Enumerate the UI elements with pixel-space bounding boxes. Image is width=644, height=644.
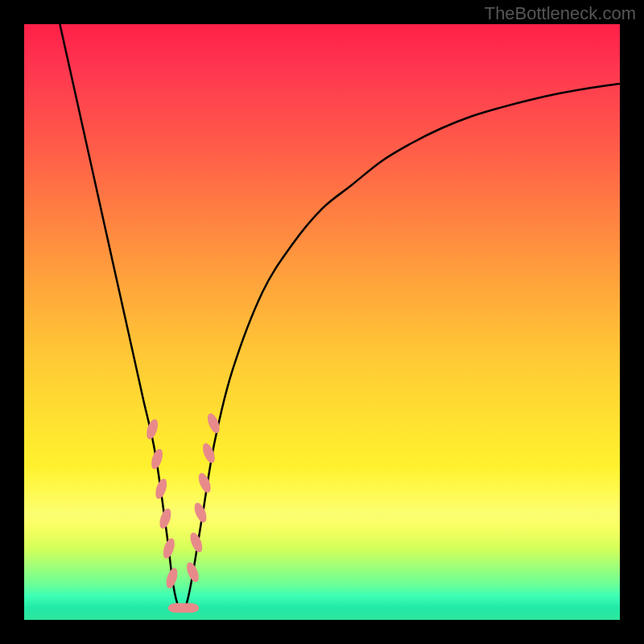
bottleneck-curve	[60, 24, 620, 611]
data-marker	[184, 560, 201, 584]
data-marker	[161, 537, 176, 559]
data-marker	[153, 477, 168, 500]
data-marker	[183, 603, 199, 613]
watermark-text: TheBottleneck.com	[485, 3, 636, 24]
curve-group	[60, 24, 620, 611]
chart-svg	[24, 24, 620, 620]
data-marker	[196, 471, 213, 494]
data-marker	[149, 448, 164, 470]
data-markers	[144, 411, 221, 613]
data-marker	[192, 501, 209, 524]
data-marker	[188, 530, 204, 554]
data-marker	[158, 507, 173, 530]
data-marker	[144, 418, 159, 440]
data-marker	[164, 567, 180, 589]
